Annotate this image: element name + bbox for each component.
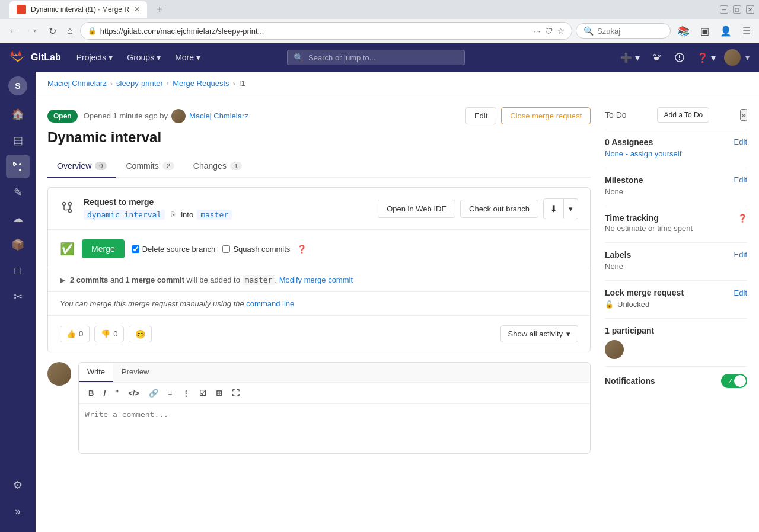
sidebar-item-ci[interactable]: ☁	[6, 207, 30, 230]
code-button[interactable]: </>	[125, 386, 143, 400]
groups-menu[interactable]: Groups ▾	[121, 49, 167, 66]
sidebar-item-issues[interactable]: ▤	[6, 129, 30, 152]
labels-edit[interactable]: Edit	[734, 250, 747, 259]
search-box[interactable]: 🔍	[287, 50, 465, 65]
sidebar-item-snippets[interactable]: ✎	[6, 181, 30, 204]
open-web-ide-button[interactable]: Open in Web IDE	[378, 200, 455, 218]
time-tracking-help-icon[interactable]: ❓	[738, 214, 747, 223]
sidebar-user-avatar[interactable]: S	[8, 76, 27, 95]
merge-requests-button[interactable]	[648, 49, 666, 66]
close-mr-button[interactable]: Close merge request	[501, 107, 591, 124]
assign-yourself-link[interactable]: None - assign yourself	[605, 149, 681, 158]
tab-commits[interactable]: Commits 2	[116, 155, 183, 178]
edit-button[interactable]: Edit	[465, 107, 496, 124]
tab-changes[interactable]: Changes 1	[184, 155, 251, 178]
notifications-toggle[interactable]: ✓	[721, 374, 747, 388]
squash-help-icon[interactable]: ❓	[297, 245, 307, 254]
task-list-button[interactable]: ☑	[196, 386, 210, 400]
projects-menu[interactable]: Projects ▾	[71, 49, 119, 66]
comment-input-area[interactable]	[79, 404, 590, 453]
breadcrumb-repo[interactable]: sleepy-printer	[116, 79, 163, 88]
copy-branch-button[interactable]: ⎘	[168, 209, 177, 220]
lock-edit[interactable]: Edit	[734, 289, 747, 297]
ordered-list-button[interactable]: ⋮	[178, 386, 193, 400]
user-menu-chevron[interactable]: ▾	[745, 53, 750, 62]
sidebar-item-packages[interactable]: 📦	[6, 233, 30, 257]
refresh-button[interactable]: ↻	[45, 23, 60, 39]
new-tab-button[interactable]: +	[152, 4, 168, 16]
milestone-edit[interactable]: Edit	[734, 175, 747, 184]
user-avatar[interactable]	[724, 49, 741, 66]
maximize-button[interactable]: □	[733, 5, 741, 14]
topnav-links: Projects ▾ Groups ▾ More ▾	[71, 49, 206, 66]
delete-source-input[interactable]	[132, 245, 139, 253]
checkout-branch-button[interactable]: Check out branch	[460, 200, 538, 218]
browser-navbar: ← → ↻ ⌂ 🔒 https://gitlab.com/maciejchmie…	[0, 19, 759, 43]
address-bar[interactable]: 🔒 https://gitlab.com/maciejchmielarz/sle…	[80, 22, 572, 40]
thumbsup-button[interactable]: 👍 0	[60, 326, 90, 342]
source-branch[interactable]: dynamic interval	[84, 210, 165, 220]
breadcrumb-home[interactable]: Maciej Chmielarz	[47, 79, 107, 88]
home-button[interactable]: ⌂	[63, 23, 76, 39]
tab-title: Dynamic interval (!1) · Merge R	[31, 5, 129, 14]
target-branch[interactable]: master	[197, 210, 232, 220]
forward-button[interactable]: →	[25, 23, 42, 39]
download-button[interactable]: ⬇	[543, 198, 564, 219]
expand-commits-icon[interactable]: ▶	[60, 276, 65, 284]
open-badge: Open	[47, 110, 78, 123]
tab-overview[interactable]: Overview 0	[47, 155, 116, 178]
table-button[interactable]: ⊞	[212, 386, 226, 400]
sidebar-item-settings[interactable]: ⚙	[6, 473, 30, 497]
write-tab[interactable]: Write	[79, 363, 113, 382]
squash-commits-input[interactable]	[222, 245, 230, 253]
sidebar-item-snippets2[interactable]: ✂	[6, 285, 30, 309]
back-button[interactable]: ←	[5, 23, 21, 39]
collapse-button[interactable]: »	[740, 109, 747, 121]
search-bar[interactable]: 🔍	[576, 23, 671, 39]
more-menu[interactable]: More ▾	[169, 49, 206, 66]
command-line-link[interactable]: command line	[246, 299, 294, 308]
squash-commits-checkbox[interactable]: Squash commits	[222, 245, 290, 254]
download-dropdown-button[interactable]: ▾	[564, 198, 578, 219]
close-window-button[interactable]: ✕	[746, 5, 754, 14]
unordered-list-button[interactable]: ≡	[164, 386, 176, 400]
help-button[interactable]: ❓ ▾	[693, 49, 719, 67]
italic-button[interactable]: I	[100, 386, 109, 400]
layout-icon[interactable]: ▣	[697, 23, 713, 39]
menu-icon[interactable]: ☰	[739, 23, 754, 39]
participant-avatar[interactable]	[605, 340, 624, 359]
show-all-activity-button[interactable]: Show all activity ▾	[500, 325, 578, 342]
tab-close-button[interactable]: ✕	[134, 5, 140, 14]
delete-source-checkbox[interactable]: Delete source branch	[132, 245, 216, 254]
sidebar-item-home[interactable]: 🏠	[6, 102, 30, 126]
mr-tabs: Overview 0 Commits 2 Changes 1	[47, 155, 591, 178]
comment-textarea[interactable]	[85, 410, 584, 446]
emoji-button[interactable]: 😊	[129, 326, 152, 342]
sidebar-collapse-btn[interactable]: »	[6, 499, 30, 523]
add-todo-button[interactable]: Add a To Do	[657, 107, 709, 123]
gitlab-logo[interactable]: GitLab	[9, 49, 61, 66]
search-input[interactable]	[597, 27, 656, 36]
browser-tab[interactable]: Dynamic interval (!1) · Merge R ✕	[9, 1, 147, 18]
link-button[interactable]: 🔗	[145, 386, 162, 400]
minimize-button[interactable]: ─	[720, 5, 728, 14]
breadcrumb-mr-list[interactable]: Merge Requests	[173, 79, 229, 88]
profile-icon[interactable]: 👤	[716, 23, 735, 39]
assignees-edit[interactable]: Edit	[734, 137, 747, 146]
bold-button[interactable]: B	[85, 386, 97, 400]
modify-merge-commit-link[interactable]: Modify merge commit	[279, 275, 353, 284]
merge-button[interactable]: Merge	[82, 239, 125, 258]
sidebar-item-wiki[interactable]: □	[6, 259, 30, 283]
author-name[interactable]: Maciej Chmielarz	[189, 111, 248, 120]
issues-button[interactable]	[671, 49, 688, 66]
fullscreen-button[interactable]: ⛶	[228, 386, 243, 400]
preview-tab[interactable]: Preview	[113, 363, 157, 382]
sidebar-item-mr[interactable]	[6, 155, 30, 178]
search-field[interactable]	[308, 53, 415, 62]
create-new-button[interactable]: ➕ ▾	[617, 49, 643, 67]
library-icon[interactable]: 📚	[674, 23, 693, 39]
thumbsdown-button[interactable]: 👎 0	[94, 326, 124, 342]
breadcrumb-sep-1: ›	[110, 79, 113, 88]
address-bar-icons: ··· 🛡 ☆	[534, 27, 565, 36]
blockquote-button[interactable]: "	[111, 386, 122, 400]
